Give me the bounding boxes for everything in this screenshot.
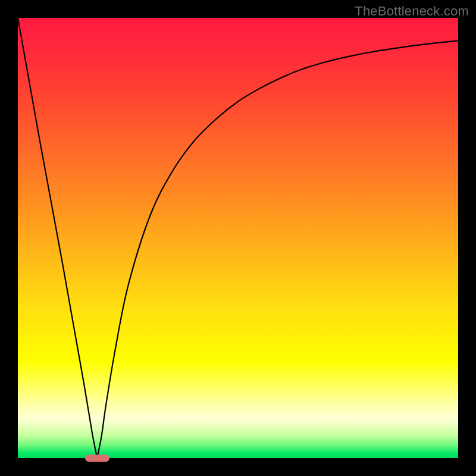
plot-area [18,18,458,458]
bottleneck-curve [18,18,458,458]
watermark-text: TheBottleneck.com [355,4,469,19]
optimum-marker [85,455,109,461]
chart-container: TheBottleneck.com [0,0,476,476]
